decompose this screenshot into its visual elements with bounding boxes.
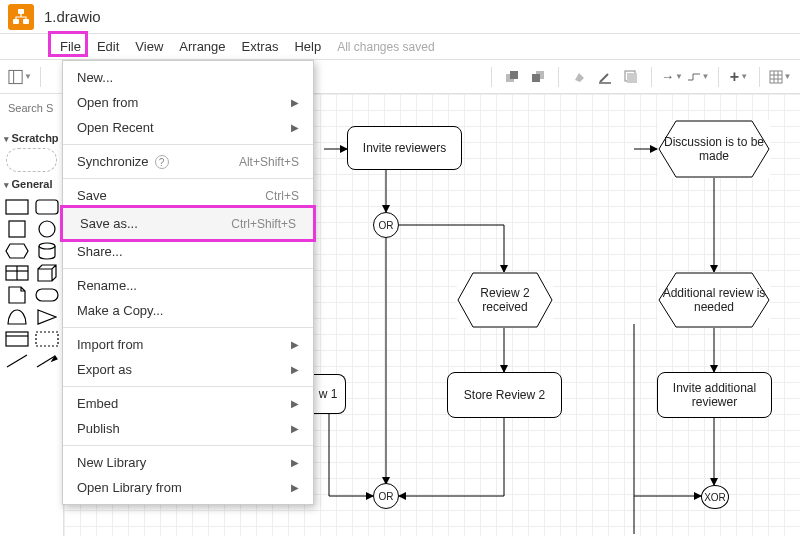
svg-rect-25 [36, 289, 58, 301]
menu-view[interactable]: View [127, 36, 171, 57]
node-or2[interactable]: OR [373, 483, 399, 509]
svg-rect-18 [36, 200, 58, 214]
menubar: File Edit View Arrange Extras Help All c… [0, 34, 800, 60]
menu-item-make-a-copy[interactable]: Make a Copy... [63, 298, 313, 323]
shape-rect[interactable] [4, 198, 30, 216]
menu-item-share[interactable]: Share... [63, 239, 313, 264]
fill-button[interactable] [567, 65, 591, 89]
menu-help[interactable]: Help [286, 36, 329, 57]
menu-item-import-from[interactable]: Import from▶ [63, 332, 313, 357]
node-store-review2[interactable]: Store Review 2 [447, 372, 562, 418]
svg-rect-12 [770, 71, 782, 83]
menu-item-new[interactable]: New... [63, 65, 313, 90]
save-status: All changes saved [337, 40, 434, 54]
shape-table[interactable] [4, 264, 30, 282]
layout-button[interactable]: ▼ [8, 65, 32, 89]
svg-rect-0 [18, 9, 24, 14]
node-invite-additional[interactable]: Invite additional reviewer [657, 372, 772, 418]
node-w1[interactable]: w 1 [311, 374, 346, 414]
shape-triangle[interactable] [34, 308, 60, 326]
search-input[interactable] [4, 100, 60, 116]
node-review2-received[interactable]: Review 2 received [457, 272, 553, 328]
scratchpad-drop[interactable] [6, 148, 57, 172]
menu-item-open-library-from[interactable]: Open Library from▶ [63, 475, 313, 500]
svg-point-21 [39, 243, 55, 249]
svg-rect-8 [532, 74, 540, 82]
shape-line[interactable] [4, 352, 30, 370]
svg-point-20 [39, 221, 55, 237]
menu-item-open-recent[interactable]: Open Recent▶ [63, 115, 313, 140]
add-button[interactable]: +▼ [727, 65, 751, 89]
shape-note[interactable] [4, 286, 30, 304]
svg-rect-2 [23, 19, 29, 24]
shape-square[interactable] [4, 220, 30, 238]
shadow-button[interactable] [619, 65, 643, 89]
connection-style[interactable]: →▼ [660, 65, 684, 89]
svg-rect-28 [36, 332, 58, 346]
node-discussion[interactable]: Discussion is to be made [658, 120, 770, 178]
shape-semicircle[interactable] [4, 308, 30, 326]
node-or1[interactable]: OR [373, 212, 399, 238]
node-additional-review[interactable]: Additional review is needed [658, 272, 770, 328]
svg-rect-3 [9, 70, 22, 83]
menu-item-export-as[interactable]: Export as▶ [63, 357, 313, 382]
svg-rect-26 [6, 332, 28, 346]
shapes-palette [4, 194, 59, 374]
svg-rect-1 [13, 19, 19, 24]
shape-stadium[interactable] [34, 286, 60, 304]
shape-cube[interactable] [34, 264, 60, 282]
scratchpad-section[interactable]: Scratchp [4, 132, 59, 144]
waypoint-style[interactable]: ▼ [686, 65, 710, 89]
app-logo [8, 4, 34, 30]
menu-extras[interactable]: Extras [234, 36, 287, 57]
svg-rect-17 [6, 200, 28, 214]
menu-item-save-as[interactable]: Save as...Ctrl+Shift+S [60, 205, 316, 242]
node-xor[interactable]: XOR [701, 485, 729, 509]
shape-circle[interactable] [34, 220, 60, 238]
menu-edit[interactable]: Edit [89, 36, 127, 57]
general-section[interactable]: General [4, 178, 59, 190]
menu-item-open-from[interactable]: Open from▶ [63, 90, 313, 115]
shape-cylinder[interactable] [34, 242, 60, 260]
svg-rect-19 [9, 221, 25, 237]
table-button[interactable]: ▼ [768, 65, 792, 89]
svg-rect-9 [599, 82, 611, 84]
menu-arrange[interactable]: Arrange [171, 36, 233, 57]
svg-rect-6 [510, 71, 518, 79]
shape-round-rect[interactable] [34, 198, 60, 216]
menu-item-rename[interactable]: Rename... [63, 273, 313, 298]
document-title: 1.drawio [44, 8, 101, 25]
titlebar: 1.drawio [0, 0, 800, 34]
menu-item-publish[interactable]: Publish▶ [63, 416, 313, 441]
menu-file[interactable]: File [52, 36, 89, 57]
menu-item-synchronize[interactable]: Synchronize?Alt+Shift+S [63, 149, 313, 174]
front-button[interactable] [500, 65, 524, 89]
shape-window[interactable] [4, 330, 30, 348]
back-button[interactable] [526, 65, 550, 89]
shape-dashed[interactable] [34, 330, 60, 348]
menu-item-new-library[interactable]: New Library▶ [63, 450, 313, 475]
svg-line-29 [7, 355, 27, 367]
shape-hexagon[interactable] [4, 242, 30, 260]
svg-rect-11 [627, 73, 637, 83]
menu-item-embed[interactable]: Embed▶ [63, 391, 313, 416]
line-color-button[interactable] [593, 65, 617, 89]
node-invite[interactable]: Invite reviewers [347, 126, 462, 170]
sidebar: Scratchp General [0, 94, 64, 536]
shape-arrow-line[interactable] [34, 352, 60, 370]
file-menu-dropdown: New...Open from▶Open Recent▶Synchronize?… [62, 60, 314, 505]
